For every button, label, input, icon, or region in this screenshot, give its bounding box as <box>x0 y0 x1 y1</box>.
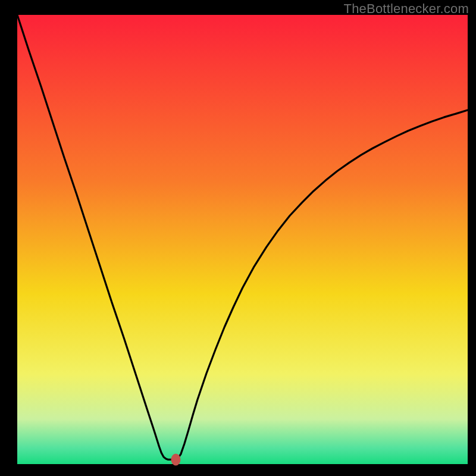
bottleneck-chart: TheBottlenecker.com <box>0 0 476 476</box>
optimal-point-marker <box>171 453 180 465</box>
watermark-text: TheBottlenecker.com <box>344 1 469 17</box>
chart-svg <box>0 0 476 476</box>
plot-area <box>17 15 468 464</box>
